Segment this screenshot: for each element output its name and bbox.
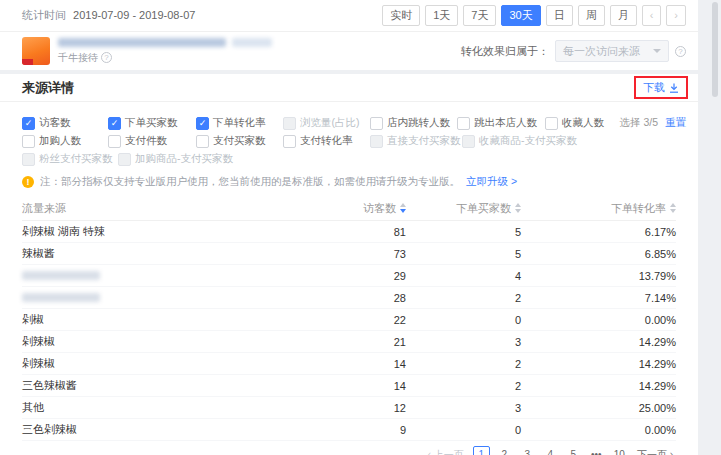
column-label: 下单转化率 bbox=[611, 201, 666, 216]
conversion-cell: 0.00% bbox=[521, 424, 676, 436]
question-icon[interactable]: ? bbox=[101, 52, 112, 63]
metric-selector: 访客数 下单买家数 下单转化率 浏览量(占比) 店内跳转人数 bbox=[0, 102, 698, 170]
date-range-button[interactable]: › bbox=[666, 5, 686, 26]
metric-checkbox[interactable]: 下单转化率 bbox=[196, 116, 266, 130]
metric-checkbox[interactable]: 跳出本店人数 bbox=[457, 116, 537, 130]
attribution-select[interactable]: 每一次访问来源 bbox=[555, 40, 669, 62]
pagination-item[interactable]: ‹ 上一页 bbox=[425, 446, 467, 455]
scrollbar-thumb[interactable] bbox=[712, 2, 718, 97]
column-header-visitors[interactable]: 访客数 bbox=[311, 201, 406, 216]
source-name: 其他 bbox=[22, 400, 44, 415]
pagination-item[interactable]: 3 bbox=[519, 446, 536, 455]
checkbox-icon bbox=[370, 117, 383, 130]
metric-label: 支付买家数 bbox=[213, 134, 266, 148]
source-name-cell: 其他 bbox=[22, 400, 311, 415]
metric-checkbox[interactable]: 浏览量(占比) bbox=[283, 116, 360, 130]
metric-label: 加购人数 bbox=[39, 134, 81, 148]
metric-label: 浏览量(占比) bbox=[300, 116, 360, 130]
buyers-cell: 0 bbox=[406, 424, 521, 436]
date-range-button[interactable]: 1天 bbox=[425, 5, 458, 26]
date-range-button[interactable]: 周 bbox=[578, 5, 605, 26]
checkbox-icon bbox=[118, 153, 131, 166]
metric-checkbox[interactable]: 支付转化率 bbox=[283, 134, 353, 148]
upgrade-link[interactable]: 立即升级 > bbox=[466, 175, 517, 189]
upgrade-tip: ! 注：部分指标仅支持专业版用户使用，您当前使用的是标准版，如需使用请升级为专业… bbox=[0, 170, 698, 194]
pagination-item[interactable]: ••• bbox=[588, 446, 605, 455]
buyers-cell: 2 bbox=[406, 358, 521, 370]
date-range-button[interactable]: 日 bbox=[546, 5, 573, 26]
download-annotation-box: 下载 bbox=[634, 76, 688, 99]
service-label: 千牛接待 bbox=[58, 51, 98, 65]
checkbox-icon bbox=[108, 135, 121, 148]
download-icon bbox=[669, 83, 679, 93]
pagination-item[interactable]: 1 bbox=[473, 446, 490, 455]
metric-checkbox[interactable]: 加购商品-支付买家数 bbox=[118, 152, 233, 166]
sort-icon bbox=[670, 203, 676, 213]
table-row: 29 4 13.79% bbox=[22, 265, 676, 287]
attribution-setting: 转化效果归属于： 每一次访问来源 ? bbox=[461, 40, 686, 62]
pagination-item[interactable]: 5 bbox=[565, 446, 582, 455]
reset-button[interactable]: 重置 bbox=[665, 116, 686, 128]
source-name-cell bbox=[22, 293, 311, 302]
source-name: 三色剁辣椒 bbox=[22, 422, 77, 437]
source-detail-panel: 来源详情 下载 访客数 bbox=[0, 74, 698, 455]
metric-checkbox[interactable]: 收藏人数 bbox=[545, 116, 604, 130]
buyers-cell: 5 bbox=[406, 248, 521, 260]
metric-label: 访客数 bbox=[39, 116, 71, 130]
metric-checkbox[interactable]: 直接支付买家数 bbox=[370, 134, 461, 148]
metric-checkbox[interactable]: 访客数 bbox=[22, 116, 71, 130]
column-header-buyers[interactable]: 下单买家数 bbox=[406, 201, 521, 216]
redacted-text-bar bbox=[58, 38, 226, 47]
panel-title: 来源详情 bbox=[22, 79, 74, 97]
metric-label: 粉丝支付买家数 bbox=[39, 152, 113, 166]
column-header-source: 流量来源 bbox=[22, 201, 311, 216]
visitors-cell: 28 bbox=[311, 292, 406, 304]
conversion-cell: 25.00% bbox=[521, 402, 676, 414]
source-name-cell: 剁辣椒 湖南 特辣 bbox=[22, 224, 311, 239]
question-icon[interactable]: ? bbox=[675, 46, 686, 57]
selection-count: 选择 3/5 bbox=[619, 116, 658, 128]
date-range-button[interactable]: 7天 bbox=[463, 5, 496, 26]
date-range-button[interactable]: ‹ bbox=[642, 5, 662, 26]
checkbox-icon bbox=[457, 117, 470, 130]
date-range-button[interactable]: 月 bbox=[610, 5, 637, 26]
table-row: 28 2 7.14% bbox=[22, 287, 676, 309]
visitors-cell: 73 bbox=[311, 248, 406, 260]
buyers-cell: 0 bbox=[406, 314, 521, 326]
pagination-item[interactable]: 4 bbox=[542, 446, 559, 455]
column-label: 下单买家数 bbox=[456, 201, 511, 216]
visitors-cell: 29 bbox=[311, 270, 406, 282]
date-range-button[interactable]: 30天 bbox=[501, 5, 540, 26]
source-name: 剁椒 bbox=[22, 312, 44, 327]
source-name: 辣椒酱 bbox=[22, 246, 55, 261]
pagination-item[interactable]: 10 bbox=[611, 446, 628, 455]
shop-info: 千牛接待 ? bbox=[22, 37, 272, 65]
conversion-cell: 6.17% bbox=[521, 226, 676, 238]
metric-checkbox[interactable]: 粉丝支付买家数 bbox=[22, 152, 113, 166]
table-row: 剁辣椒 21 3 14.29% bbox=[22, 331, 676, 353]
metric-label: 支付转化率 bbox=[300, 134, 353, 148]
date-range-button[interactable]: 实时 bbox=[382, 5, 420, 26]
column-header-conversion[interactable]: 下单转化率 bbox=[521, 201, 676, 216]
metric-row-3: 粉丝支付买家数 加购商品-支付买家数 bbox=[22, 152, 676, 170]
metric-checkbox[interactable]: 收藏商品-支付买家数 bbox=[462, 134, 577, 148]
checkbox-icon bbox=[283, 117, 296, 130]
pagination-item[interactable]: 下一页 › bbox=[634, 446, 676, 455]
page-content: 统计时间 2019-07-09 - 2019-08-07 实时1天7天30天日周… bbox=[0, 0, 698, 455]
metric-checkbox[interactable]: 下单买家数 bbox=[108, 116, 178, 130]
metric-label: 店内跳转人数 bbox=[387, 116, 450, 130]
metric-checkbox[interactable]: 店内跳转人数 bbox=[370, 116, 450, 130]
visitors-cell: 14 bbox=[311, 358, 406, 370]
metric-checkbox[interactable]: 支付件数 bbox=[108, 134, 167, 148]
shop-avatar bbox=[22, 37, 50, 65]
tip-text: 注：部分指标仅支持专业版用户使用，您当前使用的是标准版，如需使用请升级为专业版。 bbox=[40, 175, 460, 189]
pagination-item[interactable]: 2 bbox=[496, 446, 513, 455]
metric-label: 加购商品-支付买家数 bbox=[135, 152, 233, 166]
conversion-cell: 14.29% bbox=[521, 358, 676, 370]
download-button[interactable]: 下载 bbox=[643, 80, 679, 95]
metric-checkbox[interactable]: 支付买家数 bbox=[196, 134, 266, 148]
source-name-cell bbox=[22, 271, 311, 280]
source-name: 剁辣椒 bbox=[22, 356, 55, 371]
metric-checkbox[interactable]: 加购人数 bbox=[22, 134, 81, 148]
redacted-text-bar bbox=[232, 38, 272, 47]
